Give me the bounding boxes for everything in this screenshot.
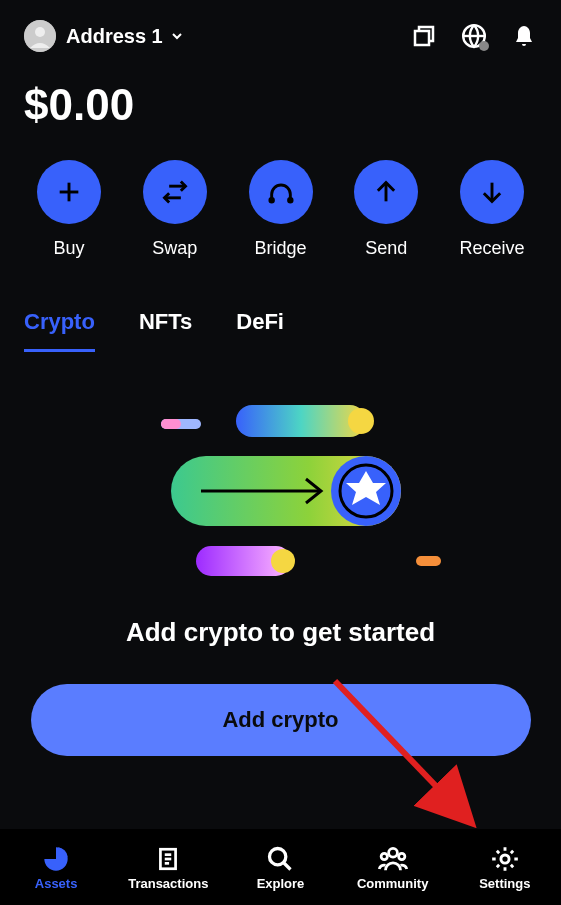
balance: $0.00 [24, 80, 537, 130]
header: Address 1 [24, 20, 537, 52]
action-label: Bridge [254, 238, 306, 259]
svg-rect-11 [236, 405, 366, 437]
svg-point-1 [35, 27, 45, 37]
tab-nfts[interactable]: NFTs [139, 309, 192, 352]
receive-button[interactable]: Receive [447, 160, 537, 259]
svg-rect-14 [161, 419, 181, 429]
svg-point-30 [381, 853, 387, 859]
action-label: Send [365, 238, 407, 259]
svg-rect-2 [415, 31, 429, 45]
network-status-dot [479, 41, 489, 51]
svg-point-27 [270, 848, 286, 864]
header-right [411, 23, 537, 49]
buy-button[interactable]: Buy [24, 160, 114, 259]
svg-point-7 [269, 198, 273, 202]
account-picker[interactable]: Address 1 [66, 25, 185, 48]
swap-button[interactable]: Swap [130, 160, 220, 259]
tab-crypto[interactable]: Crypto [24, 309, 95, 352]
bridge-button[interactable]: Bridge [236, 160, 326, 259]
nav-label: Explore [257, 876, 305, 891]
swap-icon [161, 178, 189, 206]
action-label: Receive [459, 238, 524, 259]
send-button[interactable]: Send [341, 160, 431, 259]
copy-icon[interactable] [411, 23, 437, 49]
svg-point-32 [501, 854, 509, 862]
nav-assets[interactable]: Assets [6, 844, 106, 891]
arrow-up-icon [372, 178, 400, 206]
nav-settings[interactable]: Settings [455, 844, 555, 891]
nav-label: Settings [479, 876, 530, 891]
bell-icon[interactable] [511, 23, 537, 49]
header-left: Address 1 [24, 20, 185, 52]
illustration [121, 401, 441, 581]
pie-chart-icon [41, 844, 71, 874]
svg-line-28 [284, 862, 291, 869]
chevron-down-icon [169, 28, 185, 44]
nav-label: Transactions [128, 876, 208, 891]
nav-explore[interactable]: Explore [230, 844, 330, 891]
svg-point-21 [271, 549, 295, 573]
gear-icon [490, 844, 520, 874]
add-crypto-button[interactable]: Add crypto [31, 684, 531, 756]
action-label: Buy [53, 238, 84, 259]
search-icon [265, 844, 295, 874]
arrow-down-icon [478, 178, 506, 206]
action-row: Buy Swap Bridge [24, 160, 537, 259]
nav-label: Assets [35, 876, 78, 891]
svg-point-31 [398, 853, 404, 859]
svg-point-8 [288, 198, 292, 202]
nav-community[interactable]: Community [343, 844, 443, 891]
document-icon [153, 844, 183, 874]
tab-defi[interactable]: DeFi [236, 309, 284, 352]
account-name: Address 1 [66, 25, 163, 48]
nav-transactions[interactable]: Transactions [118, 844, 218, 891]
svg-point-12 [348, 408, 374, 434]
globe-icon[interactable] [461, 23, 487, 49]
empty-title: Add crypto to get started [126, 617, 435, 648]
asset-tabs: Crypto NFTs DeFi [24, 309, 537, 353]
svg-rect-22 [416, 556, 441, 566]
plus-icon [55, 178, 83, 206]
avatar[interactable] [24, 20, 56, 52]
svg-point-29 [388, 848, 397, 857]
action-label: Swap [152, 238, 197, 259]
people-icon [378, 844, 408, 874]
bridge-icon [267, 178, 295, 206]
bottom-nav: Assets Transactions Explore [0, 829, 561, 905]
nav-label: Community [357, 876, 429, 891]
